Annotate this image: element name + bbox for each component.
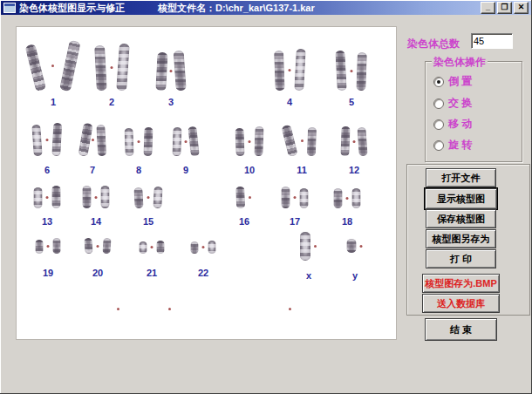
- chromosome-image[interactable]: [51, 123, 62, 156]
- save-karyotype-button[interactable]: 保存核型图: [426, 209, 496, 228]
- chromosome-number-label: 4: [287, 97, 292, 107]
- chromosome-group-21[interactable]: [140, 241, 165, 254]
- chromosome-number-label: 1: [51, 97, 56, 107]
- chromosome-group-13[interactable]: [34, 186, 61, 208]
- chromosome-group-4[interactable]: [276, 49, 304, 91]
- chromosome-number-label: 13: [42, 216, 52, 227]
- chromosome-group-22[interactable]: [191, 241, 216, 254]
- total-chromosomes-label: 染色体总数: [407, 37, 460, 51]
- chromosome-image[interactable]: [300, 188, 309, 208]
- chromosome-image[interactable]: [116, 44, 130, 92]
- chromosome-image[interactable]: [155, 52, 167, 92]
- pair-marker-dot: [346, 197, 349, 200]
- chromosome-image[interactable]: [101, 186, 110, 208]
- window-title: 染色体核型图显示与修正: [19, 2, 125, 15]
- chromosome-image[interactable]: [133, 187, 143, 208]
- radio-button-icon[interactable]: [433, 77, 444, 87]
- end-button[interactable]: 结 束: [425, 318, 497, 341]
- chromosome-image[interactable]: [172, 127, 181, 156]
- karyotype-panel[interactable]: 12345678910111213141516171819202122xy: [16, 26, 397, 340]
- chromosome-image[interactable]: [356, 52, 367, 91]
- radio-option-1[interactable]: 倒 置: [433, 74, 472, 89]
- chromosome-image[interactable]: [174, 51, 187, 92]
- chromosome-group-17[interactable]: [282, 187, 309, 208]
- chromosome-image[interactable]: [124, 128, 133, 156]
- minimize-icon[interactable]: _: [481, 2, 495, 14]
- chromosome-image[interactable]: [282, 187, 290, 208]
- radio-option-label: 倒 置: [448, 74, 472, 89]
- app-icon: [3, 3, 16, 13]
- chromosome-image[interactable]: [31, 125, 42, 157]
- chromosome-image[interactable]: [294, 49, 305, 92]
- chromosome-group-8[interactable]: [126, 127, 153, 156]
- chromosome-group-14[interactable]: [83, 186, 110, 208]
- chromosome-image[interactable]: [281, 125, 297, 158]
- chromosome-image[interactable]: [96, 125, 106, 156]
- radio-option-label: 移 动: [448, 117, 472, 132]
- chromosome-group-11[interactable]: [288, 125, 316, 156]
- save-as-bmp-button[interactable]: 核型图存为.BMP: [422, 274, 500, 293]
- chromosome-image[interactable]: [334, 188, 343, 208]
- chromosome-group-16[interactable]: [236, 187, 252, 208]
- chromosome-image[interactable]: [307, 127, 317, 156]
- chromosome-image[interactable]: [36, 240, 44, 254]
- chromosome-group-9[interactable]: [173, 126, 200, 156]
- chromosome-image[interactable]: [83, 186, 92, 208]
- chromosome-image[interactable]: [143, 127, 153, 156]
- chromosome-group-15[interactable]: [135, 187, 162, 208]
- chromosome-group-5[interactable]: [338, 51, 366, 91]
- chromosome-image[interactable]: [191, 241, 199, 254]
- chromosome-group-3[interactable]: [156, 51, 187, 91]
- chromosome-group-2[interactable]: [97, 44, 127, 91]
- chromosome-image[interactable]: [52, 186, 61, 208]
- chromosome-image[interactable]: [254, 126, 263, 156]
- radio-option-3[interactable]: 移 动: [433, 117, 472, 132]
- chromosome-image[interactable]: [140, 241, 147, 254]
- chromosome-image[interactable]: [235, 187, 245, 208]
- print-button[interactable]: 打 印: [426, 249, 496, 268]
- chromosome-group-18[interactable]: [334, 188, 361, 208]
- chromosome-image[interactable]: [34, 187, 43, 208]
- chromosome-group-7[interactable]: [78, 123, 106, 156]
- chromosome-image[interactable]: [235, 128, 244, 156]
- chromosome-image[interactable]: [208, 241, 216, 254]
- chromosome-image[interactable]: [59, 40, 81, 92]
- chromosome-image[interactable]: [188, 126, 199, 157]
- chromosome-group-1[interactable]: [35, 40, 72, 91]
- radio-option-4[interactable]: 旋 转: [433, 138, 472, 153]
- save-karyotype-as-button[interactable]: 核型图另存为: [426, 229, 496, 248]
- chromosome-image[interactable]: [153, 187, 162, 208]
- chromosome-image[interactable]: [53, 238, 61, 254]
- radio-button-icon[interactable]: [433, 98, 444, 109]
- restore-icon[interactable]: ❐: [497, 2, 512, 14]
- chromosome-group-10[interactable]: [236, 126, 263, 156]
- chromosome-group-y[interactable]: [347, 239, 364, 253]
- close-icon[interactable]: ✕: [514, 2, 529, 14]
- radio-option-2[interactable]: 交 换: [433, 96, 472, 111]
- chromosome-image[interactable]: [274, 51, 285, 91]
- chromosome-image[interactable]: [102, 238, 111, 255]
- pair-marker-dot: [46, 139, 49, 141]
- chromosome-image[interactable]: [340, 126, 350, 156]
- chromosome-group-19[interactable]: [36, 238, 61, 254]
- chromosome-image[interactable]: [347, 239, 357, 253]
- chromosome-group-20[interactable]: [85, 238, 111, 254]
- radio-button-icon[interactable]: [433, 140, 444, 151]
- chromosome-group-6[interactable]: [34, 123, 61, 156]
- open-file-button[interactable]: 打开文件: [426, 168, 496, 187]
- chromosome-image[interactable]: [94, 45, 107, 92]
- chromosome-image[interactable]: [352, 188, 361, 208]
- total-chromosomes-input[interactable]: [471, 33, 513, 49]
- radio-button-icon[interactable]: [433, 119, 444, 130]
- chromosome-image[interactable]: [84, 238, 92, 255]
- chromosome-image[interactable]: [157, 241, 165, 254]
- chromosome-image[interactable]: [357, 127, 367, 157]
- chromosome-image[interactable]: [335, 51, 346, 92]
- chromosome-image[interactable]: [300, 232, 310, 261]
- chromosome-group-x[interactable]: [300, 232, 317, 261]
- chromosome-image[interactable]: [24, 44, 46, 92]
- show-karyotype-button[interactable]: 显示核型图: [425, 188, 497, 209]
- pair-marker-dot: [289, 69, 291, 71]
- chromosome-group-12[interactable]: [341, 126, 368, 156]
- send-to-database-button[interactable]: 送入数据库: [422, 294, 500, 313]
